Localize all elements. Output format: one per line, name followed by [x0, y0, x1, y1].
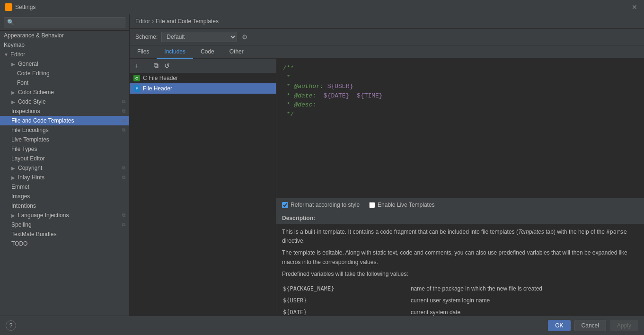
var-name-date: ${DATE} [283, 307, 410, 316]
sidebar-item-spelling[interactable]: Spelling ⧉ [0, 220, 129, 229]
var-row-user: ${USER} current user system login name [283, 295, 637, 306]
file-types-label: File Types [11, 146, 37, 152]
spelling-badge-icon: ⧉ [122, 222, 125, 228]
help-button[interactable]: ? [6, 320, 16, 331]
inlay-hints-label: Inlay Hints [18, 174, 44, 181]
sidebar-item-intentions[interactable]: Intentions [0, 201, 129, 211]
content-body: + − ⧉ ↺ C C File Header F [130, 59, 644, 316]
sidebar-item-file-and-code-templates[interactable]: File and Code Templates ⧉ [0, 116, 129, 125]
live-templates-label: Enable Live Templates [378, 202, 435, 208]
live-templates-checkbox-label[interactable]: Enable Live Templates [369, 202, 435, 208]
template-panel: + − ⧉ ↺ C C File Header F [130, 59, 276, 316]
sidebar-item-appearance-behavior[interactable]: Appearance & Behavior [0, 31, 129, 40]
inlay-hints-badge-icon: ⧉ [122, 175, 125, 180]
general-label: General [18, 61, 38, 67]
file-and-code-templates-label: File and Code Templates [11, 117, 74, 124]
reset-template-button[interactable]: ↺ [162, 61, 172, 71]
sidebar-item-layout-editor[interactable]: Layout Editor [0, 154, 129, 163]
sidebar-item-language-injections[interactable]: ▶ Language Injections ⧉ [0, 211, 129, 220]
code-line-5: * @desc: [283, 100, 637, 110]
live-templates-checkbox[interactable] [369, 202, 375, 208]
sidebar-item-textmate-bundles[interactable]: TextMate Bundles [0, 229, 129, 239]
title-bar: Settings ✕ [0, 0, 644, 14]
var-row-date: ${DATE} current system date [283, 307, 637, 316]
sidebar-item-copyright[interactable]: ▶ Copyright ⧉ [0, 163, 129, 173]
scheme-row: Scheme: Default Project ⚙ [130, 29, 644, 45]
color-scheme-label: Color Scheme [18, 89, 54, 96]
live-templates-label: Live Templates [11, 136, 49, 143]
copyright-arrow-icon: ▶ [11, 166, 16, 171]
sidebar-item-editor[interactable]: ▼ Editor [0, 50, 129, 59]
code-line-2: * [283, 73, 637, 82]
template-item-file-header[interactable]: F File Header [130, 83, 276, 94]
template-list: C C File Header F File Header [130, 73, 276, 316]
reformat-checkbox[interactable] [282, 202, 288, 208]
main-container: Appearance & Behavior Keymap ▼ Editor ▶ … [0, 14, 644, 316]
inspections-badge-icon: ⧉ [122, 108, 125, 114]
code-line-4: * @date: ${DATE} ${TIME} [283, 91, 637, 101]
copy-template-button[interactable]: ⧉ [151, 61, 161, 71]
breadcrumb: Editor › File and Code Templates [130, 14, 644, 29]
code-editor[interactable]: /** * * @author: ${USER} * @date: ${DATE… [276, 59, 644, 199]
editor-panel: /** * * @author: ${USER} * @date: ${DATE… [276, 59, 644, 316]
appearance-behavior-label: Appearance & Behavior [4, 32, 64, 39]
code-editing-label: Code Editing [17, 70, 50, 77]
scheme-select[interactable]: Default Project [161, 32, 237, 42]
intentions-label: Intentions [11, 203, 36, 209]
sidebar-item-code-editing[interactable]: Code Editing [0, 69, 129, 78]
sidebar-item-todo[interactable]: TODO [0, 239, 129, 248]
layout-editor-label: Layout Editor [11, 155, 45, 162]
sidebar-item-live-templates[interactable]: Live Templates [0, 135, 129, 144]
title-bar-left: Settings [5, 3, 35, 11]
general-arrow-icon: ▶ [11, 62, 16, 67]
remove-template-button[interactable]: − [142, 61, 150, 71]
sidebar-item-inlay-hints[interactable]: ▶ Inlay Hints ⧉ [0, 173, 129, 182]
footer: ? OK Cancel Apply [0, 316, 644, 335]
sidebar-item-inspections[interactable]: Inspections ⧉ [0, 106, 129, 116]
keymap-label: Keymap [4, 42, 25, 48]
code-line-1: /** [283, 63, 637, 73]
file-and-code-templates-badge-icon: ⧉ [122, 118, 125, 123]
search-input[interactable] [4, 17, 125, 27]
tab-code[interactable]: Code [193, 45, 222, 59]
tab-files[interactable]: Files [130, 45, 157, 59]
cancel-button[interactable]: Cancel [574, 320, 606, 331]
editor-label: Editor [10, 51, 25, 58]
textmate-bundles-label: TextMate Bundles [11, 231, 56, 238]
sidebar-item-images[interactable]: Images [0, 192, 129, 201]
spelling-label: Spelling [11, 221, 32, 228]
language-injections-badge-icon: ⧉ [122, 212, 125, 218]
color-scheme-arrow-icon: ▶ [11, 90, 16, 95]
window-title: Settings [15, 4, 35, 10]
file-encodings-label: File Encodings [11, 127, 49, 133]
sidebar-item-code-style[interactable]: ▶ Code Style ⧉ [0, 97, 129, 106]
description-variables-table: ${PACKAGE_NAME} name of the package in w… [282, 282, 638, 316]
language-injections-arrow-icon: ▶ [11, 213, 16, 218]
code-style-badge-icon: ⧉ [122, 99, 125, 105]
emmet-label: Emmet [11, 184, 29, 190]
description-panel: Description: This is a built-in template… [276, 212, 644, 316]
template-item-c-file-header[interactable]: C C File Header [130, 73, 276, 83]
tab-other[interactable]: Other [222, 45, 251, 59]
template-toolbar: + − ⧉ ↺ [130, 59, 276, 73]
sidebar-item-color-scheme[interactable]: ▶ Color Scheme [0, 88, 129, 97]
sidebar-item-font[interactable]: Font [0, 78, 129, 88]
inspections-label: Inspections [11, 108, 40, 115]
ok-button[interactable]: OK [548, 320, 570, 331]
sidebar-item-keymap[interactable]: Keymap [0, 40, 129, 50]
sidebar-item-emmet[interactable]: Emmet [0, 182, 129, 192]
gear-button[interactable]: ⚙ [241, 32, 249, 42]
reformat-checkbox-label[interactable]: Reformat according to style [282, 202, 360, 208]
apply-button[interactable]: Apply [610, 320, 638, 331]
sidebar-item-general[interactable]: ▶ General [0, 59, 129, 69]
add-template-button[interactable]: + [132, 61, 141, 71]
sidebar-item-file-encodings[interactable]: File Encodings ⧉ [0, 125, 129, 135]
var-desc-date: current system date [411, 307, 637, 316]
inlay-hints-arrow-icon: ▶ [11, 175, 16, 180]
close-button[interactable]: ✕ [630, 2, 639, 12]
tab-includes[interactable]: Includes [157, 45, 193, 59]
breadcrumb-separator: › [152, 18, 154, 25]
sidebar-item-file-types[interactable]: File Types [0, 144, 129, 154]
language-injections-label: Language Injections [18, 212, 69, 219]
code-style-label: Code Style [18, 98, 46, 105]
